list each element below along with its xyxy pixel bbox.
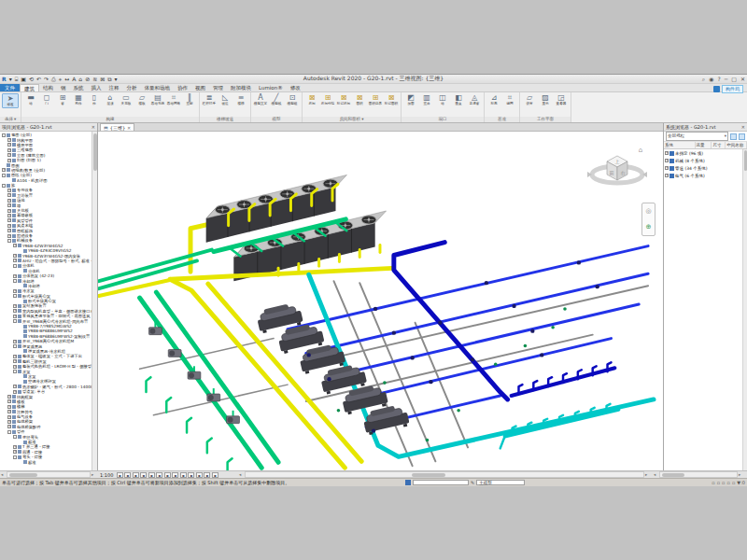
- temporary-view-properties-icon[interactable]: ▪: [180, 472, 187, 478]
- system-browser-row[interactable]: +机械 (8 个系统): [664, 157, 747, 164]
- ribbon-button-栏杆扶手[interactable]: ≣栏杆扶手: [202, 93, 217, 106]
- collapse-icon[interactable]: -: [13, 264, 17, 268]
- revit-logo-icon[interactable]: R: [2, 77, 7, 82]
- close-icon[interactable]: ✕: [741, 124, 745, 130]
- ribbon-button-屋顶[interactable]: ⌂屋顶: [103, 93, 118, 106]
- expand-icon[interactable]: +: [7, 193, 11, 197]
- project-browser-vscrollbar[interactable]: [92, 132, 97, 470]
- workset-dropdown[interactable]: [413, 480, 469, 486]
- design-option-dropdown[interactable]: 主模型: [476, 480, 525, 486]
- expand-icon[interactable]: +: [7, 399, 11, 403]
- drawing-canvas[interactable]: 上 前 右 ⌂ ◎ ⊕: [98, 132, 663, 470]
- expand-icon[interactable]: +: [7, 229, 11, 232]
- expand-icon[interactable]: +: [13, 340, 17, 343]
- tab-钢[interactable]: 钢: [57, 84, 70, 91]
- sb-column-系统[interactable]: 系统: [664, 142, 696, 148]
- tree-item[interactable]: +热水锅炉 - 燃气 - 卧式 - 2800 - 14000 kW: [0, 385, 97, 389]
- pb-hscrollbar[interactable]: [7, 471, 91, 478]
- ribbon-button-竖井[interactable]: ▥竖井: [419, 93, 434, 106]
- tab-插入[interactable]: 插入: [88, 84, 106, 91]
- ribbon-button-楼梯[interactable]: ≡楼梯: [233, 93, 248, 106]
- tab-附加模块[interactable]: 附加模块: [227, 84, 255, 91]
- detail-level-icon[interactable]: ▪: [117, 472, 123, 478]
- temporary-hide-isolate-icon[interactable]: ▪: [164, 472, 171, 478]
- expand-icon[interactable]: +: [13, 359, 17, 363]
- navigation-bar[interactable]: ◎ ⊕: [641, 203, 655, 236]
- ribbon-button-老虎窗[interactable]: ◬老虎窗: [467, 93, 482, 106]
- close-icon[interactable]: ✕: [92, 124, 95, 130]
- expand-icon[interactable]: +: [7, 159, 11, 162]
- customize-qat-icon[interactable]: ▾: [115, 77, 118, 82]
- shadows-icon[interactable]: ▪: [140, 472, 147, 478]
- expand-icon[interactable]: +: [7, 199, 11, 203]
- expand-icon[interactable]: +: [7, 203, 11, 207]
- collapse-icon[interactable]: -: [13, 344, 17, 348]
- sb-scroll-left-arrow[interactable]: ◂: [654, 471, 655, 478]
- constraints-icon[interactable]: ▪: [212, 472, 218, 478]
- tab-协作[interactable]: 协作: [174, 84, 191, 91]
- pb-scroll-right-arrow[interactable]: ▸: [92, 471, 93, 478]
- tree-item[interactable]: -开放_Y96B离心式冷水机组-同向布置: [0, 318, 97, 323]
- thin-lines-icon[interactable]: ≋: [92, 77, 97, 82]
- collapse-icon[interactable]: -: [13, 294, 17, 298]
- expand-icon[interactable]: +: [13, 450, 17, 454]
- plugin-icon[interactable]: [713, 86, 720, 92]
- switch-windows-icon[interactable]: ⧉: [107, 77, 111, 82]
- expand-icon[interactable]: +: [13, 259, 17, 262]
- tab-修改[interactable]: 修改: [287, 84, 304, 91]
- system-browser-row[interactable]: +管道 (34 个系统): [664, 164, 747, 172]
- press-drag-icon[interactable]: ▫: [717, 480, 720, 485]
- filter-icon[interactable]: ▼:0: [737, 480, 745, 485]
- collapse-icon[interactable]: -: [2, 133, 6, 137]
- expand-icon[interactable]: +: [7, 209, 11, 213]
- expand-icon[interactable]: +: [13, 309, 17, 313]
- ribbon-button-模型文字[interactable]: A模型文字: [253, 93, 268, 106]
- ribbon-button-面积边界[interactable]: ⊞面积边界: [368, 93, 383, 106]
- ribbon-button-模型组[interactable]: ⊡模型组: [285, 93, 300, 106]
- text-icon[interactable]: A: [72, 77, 76, 82]
- canvas-scroll-left-arrow[interactable]: ◂: [239, 471, 241, 478]
- aligned-dimension-icon[interactable]: ↔: [64, 77, 69, 82]
- close-hidden-windows-icon[interactable]: ⊠: [100, 77, 105, 82]
- ribbon-button-房间分隔[interactable]: ⊞房间分隔: [320, 93, 335, 106]
- editable-only-icon[interactable]: ▫: [712, 480, 714, 485]
- view-tab-3d[interactable]: ⬒ {三维} ✕: [100, 123, 134, 131]
- collapse-icon[interactable]: -: [7, 239, 11, 243]
- collapse-icon[interactable]: -: [7, 430, 11, 434]
- ribbon-button-柱[interactable]: ▯柱: [87, 93, 102, 106]
- ribbon-button-垂直[interactable]: ◧垂直: [451, 93, 466, 106]
- tab-管理[interactable]: 管理: [209, 84, 227, 91]
- ribbon-button-墙[interactable]: ▬墙: [23, 93, 38, 106]
- collapse-icon[interactable]: -: [2, 184, 6, 188]
- save-icon[interactable]: ▣: [21, 77, 26, 82]
- search-icon[interactable]: ⌕: [702, 76, 705, 83]
- signin-icon[interactable]: ◉: [709, 76, 713, 82]
- view-scale[interactable]: 1:100: [100, 472, 113, 478]
- zoom-icon[interactable]: ⊕: [646, 224, 652, 231]
- expand-icon[interactable]: +: [13, 254, 17, 258]
- section-icon[interactable]: ⊘: [85, 77, 90, 82]
- tab-系统[interactable]: 系统: [70, 84, 88, 91]
- ribbon-button-模型线[interactable]: ╱模型线: [269, 93, 284, 106]
- pinned-selectable-icon[interactable]: ▫: [732, 480, 735, 485]
- sb-column-尺寸[interactable]: 尺寸: [712, 142, 726, 148]
- ribbon-button-门[interactable]: ◻门: [39, 93, 54, 106]
- viewcube[interactable]: 上 前 右 ⌂: [586, 139, 652, 203]
- ribbon-button-坡道[interactable]: ◺坡道: [218, 93, 233, 106]
- tab-体量和场地[interactable]: 体量和场地: [141, 84, 175, 91]
- expand-icon[interactable]: +: [13, 390, 17, 394]
- expand-icon[interactable]: +: [13, 315, 17, 318]
- ribbon-button-标记面积[interactable]: ⊠标记面积: [384, 93, 399, 106]
- tab-建筑[interactable]: 建筑: [20, 84, 39, 91]
- sb-column-空间名称[interactable]: 空间名称: [726, 142, 747, 148]
- ribbon-button-按面[interactable]: ◩按面: [403, 93, 418, 106]
- collapse-icon[interactable]: -: [13, 455, 17, 459]
- undo-icon[interactable]: ↶: [36, 77, 41, 82]
- expand-icon[interactable]: +: [7, 420, 11, 424]
- expand-icon[interactable]: +: [2, 168, 6, 172]
- expand-icon[interactable]: +: [7, 415, 11, 419]
- sb-hscrollbar[interactable]: [659, 471, 738, 478]
- system-browser-vscrollbar[interactable]: [742, 149, 747, 470]
- expand-icon[interactable]: +: [7, 218, 11, 222]
- ribbon-button-标高[interactable]: ⊿标高: [486, 93, 501, 106]
